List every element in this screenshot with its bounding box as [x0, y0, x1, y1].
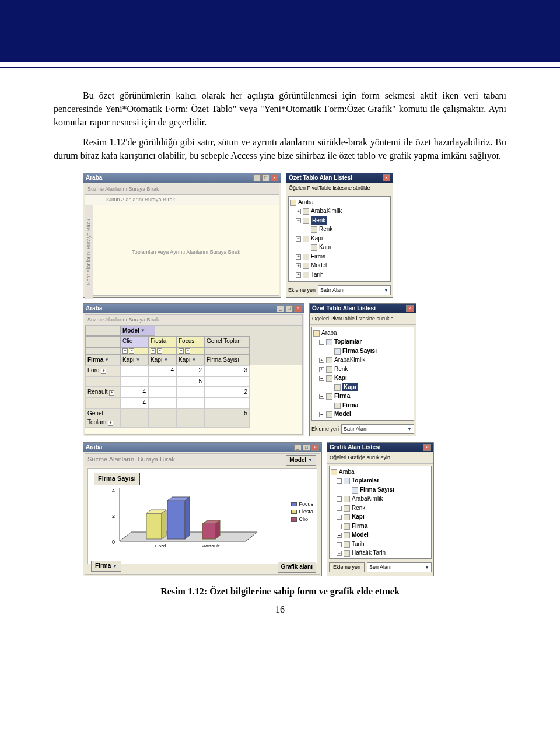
maximize-button[interactable]: □ [285, 305, 293, 312]
row-drop-zone[interactable]: Satır Alanlarını Buraya Bırak [85, 205, 93, 299]
pivot-chart-form: Araba _ □ × Süzme Alanlarını Buraya Bıra… [83, 442, 322, 576]
firma-header[interactable]: Firma▼ [85, 355, 120, 366]
chart-body: Süzme Alanlarını Buraya Bırak Model▼ Fir… [85, 453, 320, 575]
db-icon [290, 200, 296, 206]
svg-text:2: 2 [112, 513, 115, 519]
pivot-body: Süzme Alanlarını Buraya Bırak Sütun Alan… [85, 184, 279, 296]
page-header [0, 0, 560, 64]
svg-text:Ford: Ford [155, 544, 166, 547]
minimize-button[interactable]: _ [253, 174, 261, 181]
field-list-panel-2: Özet Tablo Alan Listesi × Öğeleri PivotT… [309, 303, 416, 436]
field-list-panel-3: Grafik Alan Listesi × Öğeleri Grafiğe sü… [327, 442, 434, 576]
filter-drop-zone[interactable]: Süzme Alanlarını Buraya Bırak [85, 184, 279, 195]
maximize-button[interactable]: □ [303, 444, 310, 451]
close-button[interactable]: × [271, 174, 278, 181]
titlebar[interactable]: Araba _ □ × [83, 173, 281, 183]
filter-drop-zone[interactable]: Süzme Alanlarını Buraya Bırak [85, 315, 302, 326]
window-title: Araba [86, 174, 102, 183]
panel-close-button[interactable]: × [424, 444, 431, 451]
field-tree[interactable]: Araba +ArabaKimlik −Renk Renk −Kapı Kapı… [288, 196, 391, 282]
add-to-select[interactable]: Satır Alanı▼ [318, 285, 391, 295]
chart-legend: Focus Fiesta Clio [291, 501, 313, 523]
column-drop-zone[interactable]: Sütun Alanlarını Buraya Bırak [85, 195, 279, 205]
figure-caption: Resim 1.12: Özet bilgilerine sahip form … [54, 585, 506, 598]
field-list-panel-1: Özet Tablo Alan Listesi × Öğeleri PivotT… [286, 173, 393, 298]
page-content: Bu özet görünümlerin kalıcı olarak her a… [0, 68, 560, 628]
pivot-form-table: Araba _ □ × Süzme Alanlarını Buraya Bıra… [83, 303, 304, 436]
maximize-button[interactable]: □ [262, 174, 270, 181]
model-header[interactable]: Model▼ [120, 326, 155, 337]
svg-rect-8 [167, 501, 185, 539]
table-row: Renault + 4 2 [85, 387, 302, 398]
chart-plot: Firma Sayısı 0 2 4 [88, 468, 317, 564]
paragraph-1: Bu özet görünümlerin kalıcı olarak her a… [54, 89, 506, 130]
page-number: 16 [54, 603, 506, 616]
chevron-down-icon: ▼ [384, 287, 388, 294]
svg-marker-7 [162, 510, 166, 539]
add-to-label: Ekleme yeri [288, 286, 316, 294]
close-button[interactable]: × [312, 444, 319, 451]
minimize-button[interactable]: _ [294, 444, 302, 451]
close-button[interactable]: × [294, 305, 302, 312]
col-focus[interactable]: Focus [176, 336, 204, 347]
svg-rect-11 [202, 524, 215, 539]
svg-marker-10 [185, 497, 190, 539]
count-header: Firma Sayısı [204, 355, 250, 366]
chart-axis: 0 2 4 [111, 477, 263, 547]
panel-close-button[interactable]: × [383, 174, 390, 181]
svg-text:Renault: Renault [201, 544, 220, 547]
x-axis-dropdown[interactable]: Firma ▼ [91, 561, 121, 572]
pivot-table-body: Süzme Alanlarını Buraya Bırak Model▼ Cli… [85, 314, 303, 435]
titlebar[interactable]: Araba _ □ × [83, 443, 321, 452]
paragraph-2: Resim 1.12'de görüldüğü gibi satır, sütu… [54, 135, 506, 162]
table-row: 4 [85, 398, 302, 409]
panel-titlebar[interactable]: Özet Tablo Alan Listesi × [286, 173, 393, 183]
col-clio[interactable]: Clio [120, 336, 148, 347]
titlebar[interactable]: Araba _ □ × [83, 304, 304, 313]
grand-total-row: Genel Toplam + 5 [85, 408, 302, 428]
panel-title: Özet Tablo Alan Listesi [289, 174, 352, 183]
svg-text:4: 4 [112, 488, 115, 494]
svg-rect-5 [146, 513, 162, 539]
field-tree[interactable]: Araba −Toplamlar Firma Sayısı +ArabaKiml… [329, 466, 432, 559]
filter-drop-zone[interactable]: Süzme Alanlarını Buraya Bırak [85, 454, 320, 466]
chart-area-label: Grafik alanı [278, 562, 316, 573]
data-drop-zone[interactable]: Toplamları veya Ayrıntı Alanlarını Buray… [93, 205, 279, 299]
col-fiesta[interactable]: Fiesta [148, 336, 176, 347]
table-row: 5 [85, 376, 302, 387]
panel-hint: Öğeleri PivotTable listesine sürükle [286, 183, 393, 194]
add-to-select[interactable]: Satır Alanı▼ [341, 424, 414, 434]
figure-area: Araba _ □ × Süzme Alanlarını Buraya Bıra… [83, 173, 506, 576]
panel-titlebar[interactable]: Grafik Alan Listesi × [327, 443, 433, 452]
add-to-select[interactable]: Seri Alanı▼ [367, 562, 432, 572]
pivot-form-empty: Araba _ □ × Süzme Alanlarını Buraya Bıra… [83, 173, 281, 298]
svg-marker-13 [215, 520, 220, 539]
field-tree[interactable]: Araba −Toplamlar Firma Sayısı +ArabaKiml… [312, 327, 414, 421]
model-dropdown[interactable]: Model▼ [286, 455, 316, 466]
panel-titlebar[interactable]: Özet Tablo Alan Listesi × [310, 304, 416, 313]
panel-close-button[interactable]: × [406, 305, 414, 312]
table-row: Ford + 4 2 3 [85, 365, 302, 376]
add-to-label[interactable]: Ekleme yeri [329, 562, 365, 572]
col-grand-total: Genel Toplam [204, 336, 250, 347]
minimize-button[interactable]: _ [276, 305, 284, 312]
svg-text:0: 0 [112, 539, 115, 545]
